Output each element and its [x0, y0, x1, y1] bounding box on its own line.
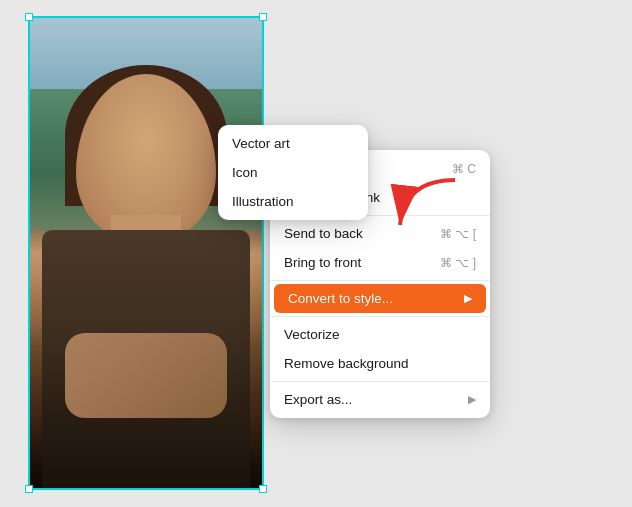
menu-divider-4	[270, 381, 490, 382]
menu-divider-2	[270, 280, 490, 281]
resize-handle-tl[interactable]	[25, 13, 33, 21]
mona-lisa-painting	[30, 18, 262, 488]
menu-item-remove-background[interactable]: Remove background	[270, 349, 490, 378]
submenu-item-icon[interactable]: Icon	[218, 158, 368, 187]
menu-item-export-as[interactable]: Export as... ▶	[270, 385, 490, 414]
menu-item-bring-to-front[interactable]: Bring to front ⌘ ⌥ ]	[270, 248, 490, 277]
convert-style-submenu: Vector art Icon Illustration	[218, 125, 368, 220]
menu-label-remove-background: Remove background	[284, 356, 409, 371]
menu-label-send-to-back: Send to back	[284, 226, 363, 241]
menu-item-convert-to-style[interactable]: Convert to style... ▶	[274, 284, 486, 313]
menu-divider-3	[270, 316, 490, 317]
menu-item-send-to-back[interactable]: Send to back ⌘ ⌥ [	[270, 219, 490, 248]
resize-handle-tr[interactable]	[259, 13, 267, 21]
submenu-label-illustration: Illustration	[232, 194, 294, 209]
canvas-area: Copy ⌘ C Copy image link Send to back ⌘ …	[0, 0, 632, 507]
menu-shortcut-bring-to-front: ⌘ ⌥ ]	[440, 256, 476, 270]
menu-label-convert-to-style: Convert to style...	[288, 291, 393, 306]
submenu-arrow-icon: ▶	[464, 292, 472, 305]
submenu-item-vector-art[interactable]: Vector art	[218, 129, 368, 158]
submenu-label-icon: Icon	[232, 165, 258, 180]
selected-image[interactable]	[30, 18, 262, 488]
menu-label-export-as: Export as...	[284, 392, 352, 407]
export-submenu-arrow-icon: ▶	[468, 393, 476, 406]
menu-label-bring-to-front: Bring to front	[284, 255, 361, 270]
menu-shortcut-send-to-back: ⌘ ⌥ [	[440, 227, 476, 241]
menu-shortcut-copy: ⌘ C	[452, 162, 476, 176]
submenu-label-vector-art: Vector art	[232, 136, 290, 151]
menu-label-vectorize: Vectorize	[284, 327, 340, 342]
menu-item-vectorize[interactable]: Vectorize	[270, 320, 490, 349]
resize-handle-br[interactable]	[259, 485, 267, 493]
submenu-item-illustration[interactable]: Illustration	[218, 187, 368, 216]
resize-handle-bl[interactable]	[25, 485, 33, 493]
